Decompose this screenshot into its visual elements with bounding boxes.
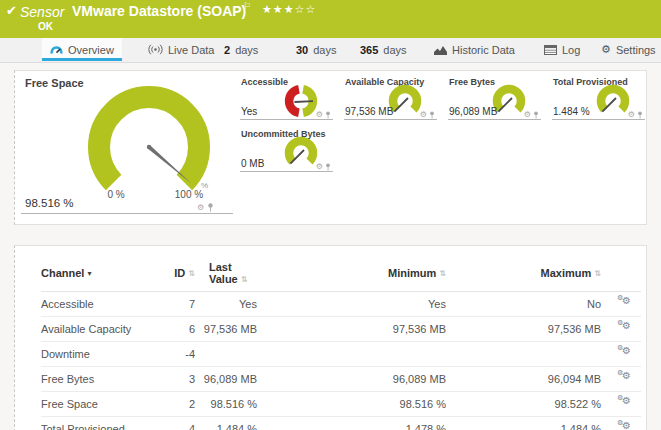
tab-label: days: [313, 44, 336, 56]
sort-icon: ⇅: [241, 275, 248, 284]
channel-row-total-provisioned[interactable]: Total Provisioned 4 1.484 % 1.478 % 1.48…: [41, 417, 641, 430]
gauge-underline: [240, 171, 333, 172]
channel-name[interactable]: Available Capacity: [41, 317, 161, 342]
column-header-maximum[interactable]: Maximum⇅: [446, 254, 601, 292]
column-header-actions: [601, 254, 641, 292]
column-header-id[interactable]: ID⇅: [161, 254, 195, 292]
status-badge: OK: [38, 21, 53, 32]
channel-id: 3: [161, 367, 195, 392]
pin-icon[interactable]: [533, 111, 539, 119]
channels-panel: Channel▾ ID⇅ Last Value⇅ Minimum⇅ Maximu…: [14, 245, 647, 430]
channel-row-free-space[interactable]: Free Space 2 98.516 % 98.516 % 98.522 % …: [41, 392, 641, 417]
sort-icon: ⇅: [594, 269, 601, 278]
tab-30-days[interactable]: 30 days: [296, 38, 337, 61]
channel-name[interactable]: Free Bytes: [41, 367, 161, 392]
tab-365-days[interactable]: 365 days: [360, 38, 407, 61]
channel-name[interactable]: Downtime: [41, 342, 161, 367]
tab-2-days[interactable]: 2 days: [224, 38, 258, 61]
gauges-panel: Free Space 0 % 100 % % 98.516 % ⚙ Access…: [14, 70, 647, 225]
channel-minimum: 98.516 %: [257, 392, 446, 417]
gear-icon[interactable]: ⚙: [316, 163, 323, 171]
channel-last-value: Yes: [195, 292, 257, 317]
gauge-value: 1.484 %: [553, 106, 590, 117]
channel-id: 7: [161, 292, 195, 317]
gear-icon[interactable]: ⚙: [197, 204, 204, 212]
gauge-title: Free Bytes: [449, 77, 495, 87]
total-provisioned-gauge-dial: [594, 81, 632, 119]
tab-bar: Overview Live Data 2 days 30 days 365 da…: [0, 38, 661, 63]
pin-icon[interactable]: [325, 163, 331, 171]
uncommitted-bytes-gauge-dial: [282, 133, 320, 171]
column-label: Minimum: [388, 267, 436, 279]
tab-label: Settings: [616, 44, 656, 56]
pin-icon[interactable]: [207, 203, 214, 212]
tab-live-data[interactable]: Live Data: [148, 38, 214, 61]
flag-icon[interactable]: ⚐: [243, 1, 251, 11]
channel-row-available-capacity[interactable]: Available Capacity 6 97,536 MB 97,536 MB…: [41, 317, 641, 342]
gauge-available-capacity: Available Capacity 97,536 MB ⚙: [344, 77, 437, 120]
tab-number: 365: [360, 44, 378, 56]
gauge-icon: [50, 44, 63, 55]
tab-overview[interactable]: Overview: [42, 38, 122, 61]
tab-label: Overview: [68, 44, 114, 56]
gauge-underline: [21, 213, 233, 214]
column-header-minimum[interactable]: Minimum⇅: [257, 254, 446, 292]
gauge-underline: [448, 119, 541, 120]
free-space-gauge-dial: [84, 83, 214, 193]
gauge-title: Free Space: [25, 77, 84, 89]
pin-icon[interactable]: [325, 111, 331, 119]
channel-name[interactable]: Total Provisioned: [41, 417, 161, 430]
channel-maximum: 98.522 %: [446, 392, 601, 417]
channel-row-free-bytes[interactable]: Free Bytes 3 96,089 MB 96,089 MB 96,094 …: [41, 367, 641, 392]
column-label: ID: [174, 267, 185, 279]
gear-icon[interactable]: ⚙: [420, 111, 427, 119]
sort-icon: ⇅: [188, 269, 195, 278]
channel-maximum: No: [446, 292, 601, 317]
column-header-channel[interactable]: Channel▾: [41, 254, 161, 292]
channel-settings-icon[interactable]: ⚙⚙: [617, 397, 633, 409]
gear-icon[interactable]: ⚙: [524, 111, 531, 119]
tab-settings[interactable]: ⚙ Settings: [601, 38, 656, 61]
tab-historic-data[interactable]: Historic Data: [434, 38, 515, 61]
channel-maximum: 97,536 MB: [446, 317, 601, 342]
sensor-title: VMware Datastore (SOAP): [72, 3, 246, 19]
sort-caret-icon: ▾: [87, 269, 91, 278]
gear-icon: ⚙: [601, 43, 611, 56]
gauge-value: 97,536 MB: [345, 106, 393, 117]
accessible-gauge-dial: [282, 81, 320, 119]
prtg-sensor-page: { "colors": { "header_green": "#b5c626",…: [0, 0, 661, 430]
small-gauges-grid: Accessible Yes ⚙ Available Capacity 97,5…: [240, 77, 645, 172]
gauge-value: 0 MB: [241, 158, 264, 169]
gauge-title: Accessible: [241, 77, 288, 87]
channel-settings-icon[interactable]: ⚙⚙: [617, 422, 633, 430]
channel-minimum: 1.478 %: [257, 417, 446, 430]
channel-name[interactable]: Accessible: [41, 292, 161, 317]
tab-log[interactable]: Log: [544, 38, 580, 61]
gauge-free-space: Free Space 0 % 100 % % 98.516 % ⚙: [21, 75, 233, 214]
channel-settings-icon[interactable]: ⚙⚙: [617, 322, 633, 334]
channel-minimum: [257, 342, 446, 367]
pin-icon[interactable]: [637, 111, 643, 119]
channel-minimum: Yes: [257, 292, 446, 317]
channel-name[interactable]: Free Space: [41, 392, 161, 417]
tab-label: days: [235, 44, 258, 56]
channel-settings-icon[interactable]: ⚙⚙: [617, 372, 633, 384]
column-label: Channel: [41, 267, 84, 279]
channel-settings-icon[interactable]: ⚙⚙: [617, 297, 633, 309]
historic-chart-icon: [434, 45, 447, 55]
gear-icon[interactable]: ⚙: [628, 111, 635, 119]
gauge-value: Yes: [241, 106, 257, 117]
pin-icon[interactable]: [429, 111, 435, 119]
channel-id: 4: [161, 417, 195, 430]
channel-row-accessible[interactable]: Accessible 7 Yes Yes No ⚙⚙: [41, 292, 641, 317]
channel-id: 6: [161, 317, 195, 342]
priority-stars[interactable]: ★★★☆☆: [262, 3, 316, 16]
channel-settings-icon[interactable]: ⚙⚙: [617, 347, 633, 359]
channel-maximum: 1.484 %: [446, 417, 601, 430]
gear-icon[interactable]: ⚙: [316, 111, 323, 119]
log-icon: [544, 45, 557, 55]
tab-label: Log: [562, 44, 580, 56]
channel-row-downtime[interactable]: Downtime -4 ⚙⚙: [41, 342, 641, 367]
column-header-last-value[interactable]: Last Value⇅: [195, 254, 257, 292]
column-label: Maximum: [541, 267, 592, 279]
